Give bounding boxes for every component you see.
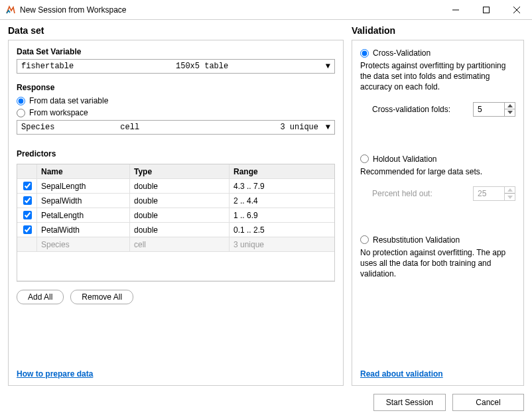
col-range: Range [230, 164, 334, 178]
svg-marker-6 [507, 188, 513, 192]
resubstitution-validation-radio[interactable]: Resubstitution Validation [360, 235, 515, 245]
predictor-type: double [130, 179, 230, 193]
predictor-range: 4.3 .. 7.9 [230, 179, 334, 193]
predictor-type: double [130, 194, 230, 208]
cv-folds-label: Cross-validation folds: [372, 105, 450, 114]
holdout-percent-label: Percent held out: [372, 189, 432, 198]
data-set-variable-select[interactable]: fishertable 150x5 table ▼ [17, 59, 335, 74]
validation-frame: Cross-Validation Protects against overfi… [352, 40, 524, 386]
cv-description: Protects against overfitting by partitio… [360, 60, 515, 93]
predictor-range: 2 .. 4.4 [230, 194, 334, 208]
predictor-checkbox[interactable] [17, 194, 37, 208]
titlebar[interactable]: New Session from Workspace [0, 0, 532, 20]
read-about-validation-link[interactable]: Read about validation [360, 369, 515, 379]
col-type: Type [130, 164, 230, 178]
predictor-range: 3 unique [230, 237, 334, 251]
spinner-up-icon[interactable] [505, 103, 515, 110]
predictor-range: 0.1 .. 2.5 [230, 223, 334, 237]
table-row: Speciescell3 unique [17, 237, 334, 252]
table-row: PetalLengthdouble1 .. 6.9 [17, 208, 334, 223]
response-from-variable-radio[interactable]: From data set variable [17, 96, 335, 105]
how-to-prepare-data-link[interactable]: How to prepare data [17, 369, 335, 379]
predictor-checkbox[interactable] [17, 179, 37, 193]
data-set-heading: Data set [8, 25, 344, 36]
holdout-validation-radio[interactable]: Holdout Validation [360, 154, 515, 164]
validation-heading: Validation [352, 25, 524, 36]
predictors-table: Name Type Range SepalLengthdouble4.3 .. … [17, 164, 335, 282]
data-set-variable-label: Data Set Variable [17, 47, 335, 56]
predictor-checkbox [17, 237, 37, 251]
col-name: Name [37, 164, 130, 178]
predictor-name: PetalWidth [37, 223, 130, 237]
spinner-up-icon [505, 187, 515, 194]
predictors-header: Name Type Range [17, 164, 334, 179]
predictor-name: SepalLength [37, 179, 130, 193]
svg-rect-1 [484, 7, 490, 13]
table-row: SepalWidthdouble2 .. 4.4 [17, 194, 334, 208]
svg-marker-5 [507, 111, 513, 114]
predictor-type: double [130, 208, 230, 222]
maximize-button[interactable] [471, 0, 501, 20]
predictor-name: PetalLength [37, 208, 130, 222]
holdout-description: Recommended for large data sets. [360, 166, 515, 177]
start-session-button[interactable]: Start Session [373, 394, 446, 411]
resub-description: No protection against overfitting. The a… [360, 247, 515, 280]
predictor-range: 1 .. 6.9 [230, 208, 334, 222]
table-row: SepalLengthdouble4.3 .. 7.9 [17, 179, 334, 194]
table-row: PetalWidthdouble0.1 .. 2.5 [17, 223, 334, 237]
predictor-checkbox[interactable] [17, 208, 37, 222]
spinner-down-icon[interactable] [505, 109, 515, 116]
remove-all-button[interactable]: Remove All [70, 290, 133, 304]
add-all-button[interactable]: Add All [17, 290, 64, 304]
predictor-name: SepalWidth [37, 194, 130, 208]
spinner-down-icon [505, 194, 515, 200]
minimize-button[interactable] [440, 0, 471, 20]
cross-validation-radio[interactable]: Cross-Validation [360, 48, 515, 58]
holdout-percent-spinner: 25 [473, 186, 515, 201]
svg-marker-7 [507, 196, 513, 199]
cv-folds-spinner[interactable]: 5 [473, 102, 515, 117]
data-set-frame: Data Set Variable fishertable 150x5 tabl… [8, 40, 344, 386]
predictor-checkbox[interactable] [17, 223, 37, 237]
matlab-icon [5, 5, 16, 15]
cancel-button[interactable]: Cancel [452, 394, 524, 411]
predictor-name: Species [37, 237, 130, 251]
close-button[interactable] [501, 0, 532, 20]
predictor-type: cell [130, 237, 230, 251]
window-title: New Session from Workspace [20, 5, 440, 15]
response-variable-select[interactable]: Species cell 3 unique ▼ [17, 120, 335, 135]
chevron-down-icon: ▼ [326, 62, 330, 71]
svg-marker-4 [507, 104, 513, 107]
predictor-type: double [130, 223, 230, 237]
chevron-down-icon: ▼ [326, 123, 330, 132]
response-from-workspace-radio[interactable]: From workspace [17, 108, 335, 117]
predictors-label: Predictors [17, 149, 335, 158]
response-label: Response [17, 83, 335, 92]
